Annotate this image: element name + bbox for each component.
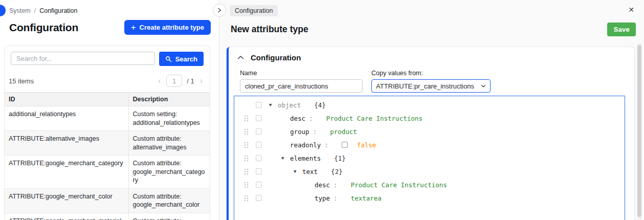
- configuration-section: Configuration Name Copy values from: ATT…: [227, 47, 634, 220]
- drag-handle-icon[interactable]: [244, 128, 249, 135]
- drag-handle-icon[interactable]: [244, 182, 249, 188]
- search-button[interactable]: Search: [159, 52, 204, 66]
- tree-key[interactable]: elements: [290, 155, 321, 162]
- tree-row-checkbox[interactable]: [256, 102, 262, 108]
- tree-key[interactable]: text: [302, 168, 318, 175]
- tree-value[interactable]: false: [357, 141, 376, 149]
- detail-title: New attribute type: [231, 24, 308, 35]
- copy-values-field-group: Copy values from: ATTRIBUTE:pr_care_inst…: [371, 70, 491, 93]
- create-attribute-type-label: Create attribute type: [140, 24, 204, 31]
- drag-handle-icon[interactable]: [244, 195, 249, 202]
- tree-badge: {4}: [314, 101, 326, 109]
- key-value-separator: :: [313, 128, 317, 136]
- save-button[interactable]: Save: [607, 23, 636, 36]
- tree-row-checkbox[interactable]: [256, 128, 262, 135]
- results-table: ID Description additional_relationtypesC…: [5, 92, 210, 220]
- table-row[interactable]: ATTRIBUTE:google_merchant_colorCustom at…: [5, 188, 210, 213]
- breadcrumb-item-system[interactable]: System: [9, 7, 31, 14]
- cell-description: Custom attribute: google_merchant_catego…: [128, 156, 210, 189]
- tree-value[interactable]: Product Care Instructions: [351, 181, 447, 189]
- results-row: 15 items ‹ 1 / 1 ›: [5, 66, 210, 92]
- chevron-right-icon: [217, 8, 222, 13]
- tab-configuration[interactable]: Configuration: [230, 5, 278, 16]
- tree-row: desc:Product Care Instructions: [234, 178, 625, 191]
- copy-values-select[interactable]: ATTRIBUTE:pr_care_instructions: [371, 79, 491, 93]
- expander-icon[interactable]: ▼: [294, 169, 302, 174]
- tree-row-checkbox[interactable]: [256, 182, 262, 188]
- cell-id: additional_relationtypes: [5, 106, 128, 131]
- expander-icon[interactable]: ▼: [281, 156, 290, 161]
- tree-row-checkbox[interactable]: [256, 115, 262, 121]
- tree-row: ▼object{4}: [234, 98, 625, 112]
- next-page-icon[interactable]: ›: [199, 77, 204, 85]
- key-value-separator: :: [309, 115, 313, 122]
- search-row: Search: [5, 52, 210, 66]
- name-label: Name: [240, 70, 363, 77]
- create-attribute-type-button[interactable]: + Create attribute type: [124, 20, 211, 35]
- column-header-id: ID: [5, 93, 128, 106]
- tree-value[interactable]: textarea: [351, 194, 382, 202]
- drag-handle-icon[interactable]: [244, 155, 249, 162]
- list-panel: System / Configuration Configuration + C…: [0, 0, 219, 220]
- drag-handle-icon[interactable]: [244, 142, 249, 148]
- tree-row: ▼text{2}: [234, 165, 625, 178]
- tree-row-checkbox[interactable]: [256, 155, 262, 161]
- json-tree-editor: ▼object{4}desc:Product Care Instructions…: [234, 96, 625, 220]
- chevron-up-icon: [237, 55, 244, 60]
- table-row[interactable]: ATTRIBUTE:alternative_imagesCustom attri…: [5, 131, 210, 156]
- tree-value[interactable]: product: [330, 128, 357, 136]
- tree-key[interactable]: type: [315, 194, 330, 202]
- plus-icon: +: [131, 23, 136, 32]
- tree-row: ▼elements{1}: [234, 151, 625, 165]
- close-icon[interactable]: ✕: [628, 6, 634, 13]
- table-row[interactable]: ATTRIBUTE:google_merchant_categoryCustom…: [5, 156, 210, 189]
- tree-value[interactable]: Product Care Instructions: [326, 115, 423, 122]
- page-total: / 1: [187, 77, 194, 85]
- table-row[interactable]: additional_relationtypesCustom setting: …: [5, 106, 210, 131]
- tree-row-checkbox[interactable]: [256, 168, 262, 174]
- scrollbar-thumb[interactable]: [637, 45, 641, 217]
- attribute-form: Name Copy values from: ATTRIBUTE:pr_care…: [240, 70, 625, 93]
- tree-badge: {1}: [334, 155, 346, 162]
- page-title: Configuration: [9, 21, 78, 34]
- table-row[interactable]: ATTRIBUTE:google_merchant_materialCustom…: [5, 213, 210, 220]
- cell-id: ATTRIBUTE:google_merchant_category: [5, 156, 128, 189]
- drag-handle-icon[interactable]: [244, 168, 249, 175]
- tree-key[interactable]: desc: [290, 115, 305, 122]
- tree-row: group:product: [234, 125, 625, 138]
- name-input[interactable]: [240, 79, 363, 93]
- column-header-description: Description: [128, 93, 210, 106]
- copy-values-label: Copy values from:: [371, 70, 491, 77]
- results-table-body: additional_relationtypesCustom setting: …: [5, 106, 210, 220]
- section-header[interactable]: Configuration: [237, 53, 625, 62]
- tree-key[interactable]: readonly: [290, 141, 321, 149]
- search-input[interactable]: [11, 52, 155, 65]
- detail-titlebar: New attribute type Save: [219, 16, 644, 36]
- tree-row-checkbox[interactable]: [256, 142, 262, 148]
- cell-id: ATTRIBUTE:google_merchant_color: [5, 188, 128, 213]
- tree-key[interactable]: group: [290, 128, 309, 136]
- page-number-box[interactable]: 1: [166, 75, 182, 87]
- tree-key[interactable]: desc: [315, 181, 330, 189]
- prev-page-icon[interactable]: ‹: [157, 77, 162, 85]
- right-scrollbar: [637, 43, 641, 220]
- breadcrumb: System / Configuration: [9, 7, 211, 14]
- cell-description: Custom attribute: google_merchant_materi…: [128, 213, 210, 220]
- results-card: Search 15 items ‹ 1 / 1 › ID Description…: [4, 46, 210, 220]
- breadcrumb-item-configuration[interactable]: Configuration: [39, 7, 77, 14]
- collapse-panel-button[interactable]: [213, 4, 226, 17]
- tree-row: desc:Product Care Instructions: [234, 112, 625, 125]
- expander-icon[interactable]: ▼: [269, 102, 278, 107]
- pagination: ‹ 1 / 1 ›: [157, 75, 204, 87]
- search-icon: [165, 56, 172, 62]
- boolean-checkbox[interactable]: [342, 142, 348, 148]
- drag-handle-icon[interactable]: [244, 115, 249, 122]
- name-field-group: Name: [240, 70, 363, 93]
- detail-panel: Configuration ✕ New attribute type Save …: [219, 0, 644, 220]
- cell-description: Custom setting: additional_relationtypes: [128, 106, 210, 131]
- tree-row-checkbox[interactable]: [256, 195, 262, 201]
- list-panel-header: System / Configuration Configuration + C…: [0, 0, 219, 35]
- chevron-down-icon: [481, 84, 486, 88]
- tree-key[interactable]: object: [278, 101, 301, 109]
- cell-id: ATTRIBUTE:google_merchant_material: [5, 213, 128, 220]
